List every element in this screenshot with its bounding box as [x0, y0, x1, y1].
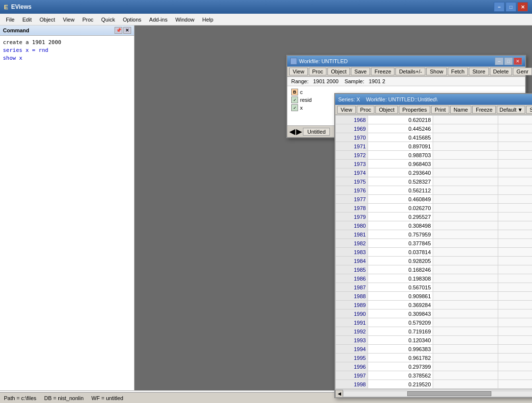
wf-show-button[interactable]: Show — [426, 68, 447, 75]
command-panel: Command 📌 ✕ create a 1901 2000 series x … — [0, 25, 135, 390]
year-cell: 1984 — [336, 257, 368, 265]
scroll-thumb[interactable] — [407, 391, 492, 396]
empty-cell — [498, 186, 532, 195]
table-row: 19750.528327 — [336, 177, 532, 186]
year-cell: 1969 — [336, 124, 368, 133]
wf-store-button[interactable]: Store — [469, 68, 488, 75]
table-row: 19860.198308 — [336, 274, 532, 283]
series-sort-button[interactable]: Sort — [526, 106, 532, 114]
menu-object[interactable]: Object — [36, 16, 59, 24]
workfile-next-tab[interactable]: ▶ — [296, 127, 302, 136]
item-icon-x: ✓ — [291, 104, 298, 111]
empty-cell — [433, 362, 498, 371]
close-button[interactable]: ✕ — [517, 2, 528, 12]
series-title: Series: X — [338, 96, 360, 102]
empty-cell — [433, 380, 498, 389]
table-row: 19940.996383 — [336, 345, 532, 354]
wf-genr-button[interactable]: Genr — [513, 68, 532, 75]
year-cell: 1990 — [336, 309, 368, 318]
series-window: Series: X Workfile: UNTITLED::Untitled\ … — [334, 93, 532, 398]
value-cell: 0.562112 — [368, 186, 433, 195]
workfile-maximize-button[interactable]: □ — [504, 57, 513, 65]
workfile-tab-untitled[interactable]: Untitled — [303, 128, 330, 136]
empty-cell — [433, 248, 498, 257]
command-pin-button[interactable]: 📌 — [115, 27, 122, 34]
year-cell: 1970 — [336, 133, 368, 142]
menu-file[interactable]: File — [2, 16, 19, 24]
menu-options[interactable]: Options — [119, 16, 145, 24]
minimize-button[interactable]: – — [494, 2, 505, 12]
command-title: Command — [3, 27, 29, 33]
empty-cell — [433, 389, 498, 390]
empty-cell — [433, 133, 498, 142]
value-cell: 0.579209 — [368, 318, 433, 327]
item-label-x: x — [300, 105, 303, 111]
empty-cell — [498, 248, 532, 257]
menu-window[interactable]: Window — [171, 16, 198, 24]
data-table-wrapper[interactable]: 19680.62021819690.44524619700.4156851971… — [335, 115, 532, 389]
menu-proc[interactable]: Proc — [78, 16, 97, 24]
wf-delete-button[interactable]: Delete — [490, 68, 512, 75]
series-hscrollbar[interactable]: ◀ ▶ — [335, 389, 532, 397]
empty-cell — [433, 265, 498, 274]
table-row: 19880.909861 — [336, 292, 532, 301]
empty-cell — [433, 213, 498, 221]
table-row: 19910.579209 — [336, 318, 532, 327]
command-line-2: series x = rnd — [3, 47, 131, 54]
year-cell: 1998 — [336, 380, 368, 389]
workfile-close-button[interactable]: ✕ — [513, 57, 522, 65]
empty-cell — [433, 301, 498, 309]
value-cell: 0.198308 — [368, 274, 433, 283]
menu-help[interactable]: Help — [198, 16, 217, 24]
workfile-prev-tab[interactable]: ◀ — [289, 127, 295, 136]
empty-cell — [498, 354, 532, 362]
value-cell: 0.719169 — [368, 327, 433, 336]
table-row: 19800.308498 — [336, 221, 532, 230]
year-cell: 1978 — [336, 204, 368, 213]
value-cell: 0.369284 — [368, 301, 433, 309]
series-freeze-button[interactable]: Freeze — [472, 106, 496, 114]
value-cell: 0.168246 — [368, 265, 433, 274]
maximize-button[interactable]: □ — [506, 2, 516, 12]
wf-freeze-button[interactable]: Freeze — [371, 68, 394, 75]
wf-details-button[interactable]: Details+/- — [395, 68, 425, 75]
empty-cell — [433, 195, 498, 204]
scroll-left-button[interactable]: ◀ — [335, 390, 343, 398]
empty-cell — [498, 301, 532, 309]
empty-cell — [498, 213, 532, 221]
empty-cell — [433, 230, 498, 239]
wf-view-button[interactable]: View — [289, 68, 308, 75]
workfile-minimize-button[interactable]: – — [495, 57, 504, 65]
scroll-track[interactable] — [343, 391, 532, 397]
series-name-button[interactable]: Name — [450, 106, 471, 114]
item-icon-c: B — [291, 89, 298, 95]
wf-save-button[interactable]: Save — [351, 68, 370, 75]
empty-cell — [433, 309, 498, 318]
command-close-button[interactable]: ✕ — [123, 27, 131, 34]
series-view-dropdown[interactable]: Default ▼ — [497, 106, 525, 114]
wf-object-button[interactable]: Object — [327, 68, 350, 75]
status-wf: WF = untitled — [92, 395, 123, 401]
wf-fetch-button[interactable]: Fetch — [448, 68, 468, 75]
empty-cell — [433, 160, 498, 168]
empty-cell — [498, 116, 532, 124]
table-row: 19720.988703 — [336, 151, 532, 160]
workfile-info: Range: 1901 2000 Sample: 1901 2 — [287, 77, 525, 86]
empty-cell — [433, 345, 498, 354]
menu-quick[interactable]: Quick — [97, 16, 119, 24]
series-print-button[interactable]: Print — [431, 106, 449, 114]
year-cell: 1986 — [336, 274, 368, 283]
menu-addins[interactable]: Add-ins — [145, 16, 171, 24]
empty-cell — [433, 283, 498, 292]
wf-proc-button[interactable]: Proc — [309, 68, 327, 75]
series-object-button[interactable]: Object — [375, 106, 398, 114]
empty-cell — [498, 221, 532, 230]
series-proc-button[interactable]: Proc — [357, 106, 375, 114]
empty-cell — [433, 221, 498, 230]
series-properties-button[interactable]: Properties — [399, 106, 430, 114]
item-label-c: c — [300, 89, 303, 95]
series-view-button[interactable]: View — [337, 106, 356, 114]
menu-view[interactable]: View — [59, 16, 79, 24]
value-cell: 0.897091 — [368, 142, 433, 151]
menu-edit[interactable]: Edit — [19, 16, 36, 24]
